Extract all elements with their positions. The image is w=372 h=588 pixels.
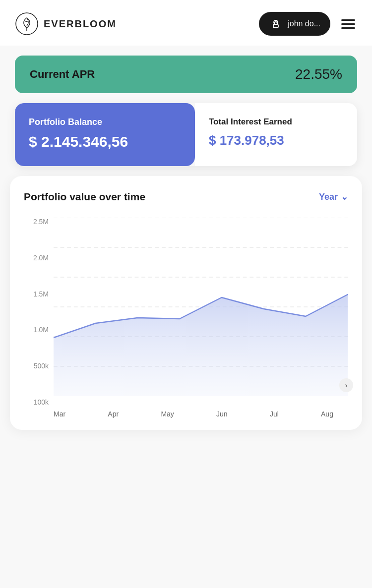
chart-area-fill xyxy=(54,294,348,396)
hamburger-line-1 xyxy=(341,19,355,21)
interest-earned-value: $ 173.978,53 xyxy=(209,133,347,148)
portfolio-balance-card[interactable]: Portfolio Balance $ 2.145.346,56 xyxy=(15,103,195,166)
chart-title: Portfolio value over time xyxy=(24,191,145,203)
y-label-100k: 100k xyxy=(24,398,54,406)
chart-area: 2.5M 2.0M 1.5M 1.0M 500k 100k xyxy=(24,218,348,418)
y-label-25m: 2.5M xyxy=(24,218,54,226)
menu-button[interactable] xyxy=(339,17,357,31)
hamburger-line-2 xyxy=(341,23,355,25)
svg-point-0 xyxy=(16,13,38,35)
balance-container: Portfolio Balance $ 2.145.346,56 Total I… xyxy=(15,103,357,166)
chevron-down-icon: ⌄ xyxy=(341,191,348,202)
user-lock-icon xyxy=(269,17,283,31)
user-badge[interactable]: john do... xyxy=(259,12,330,36)
portfolio-balance-label: Portfolio Balance xyxy=(29,117,181,127)
everbloom-logo-icon xyxy=(15,12,39,36)
svg-rect-3 xyxy=(273,24,278,28)
x-label-may: May xyxy=(161,410,174,418)
y-label-15m: 1.5M xyxy=(24,290,54,298)
period-label: Year xyxy=(319,192,338,202)
period-selector[interactable]: Year ⌄ xyxy=(319,191,348,202)
chart-card: Portfolio value over time Year ⌄ 2.5M 2.… xyxy=(10,176,362,430)
chart-svg xyxy=(54,218,348,396)
y-axis: 2.5M 2.0M 1.5M 1.0M 500k 100k xyxy=(24,218,54,406)
logo-text: EVERBLOOM xyxy=(44,18,117,30)
x-label-apr: Apr xyxy=(108,410,119,418)
x-label-jun: Jun xyxy=(216,410,228,418)
chart-scroll-right[interactable]: › xyxy=(339,378,353,392)
apr-banner: Current APR 22.55% xyxy=(15,56,357,93)
interest-earned-label: Total Interest Earned xyxy=(209,117,347,127)
x-label-aug: Aug xyxy=(321,410,333,418)
interest-earned-card[interactable]: Total Interest Earned $ 173.978,53 xyxy=(195,103,357,166)
x-label-mar: Mar xyxy=(54,410,65,418)
chart-grid: 2.5M 2.0M 1.5M 1.0M 500k 100k xyxy=(24,218,348,406)
x-label-jul: Jul xyxy=(270,410,279,418)
logo-area: EVERBLOOM xyxy=(15,12,117,36)
hamburger-line-3 xyxy=(341,27,355,29)
y-label-10m: 1.0M xyxy=(24,326,54,334)
y-label-500k: 500k xyxy=(24,362,54,370)
user-name-label: john do... xyxy=(288,19,320,28)
chart-header: Portfolio value over time Year ⌄ xyxy=(24,191,348,203)
apr-label: Current APR xyxy=(30,68,95,81)
header-right: john do... xyxy=(259,12,357,36)
y-label-20m: 2.0M xyxy=(24,254,54,262)
x-axis: Mar Apr May Jun Jul Aug xyxy=(54,410,348,418)
header: EVERBLOOM john do... xyxy=(0,0,372,46)
portfolio-balance-value: $ 2.145.346,56 xyxy=(29,133,181,150)
chart-inner: › xyxy=(54,218,348,396)
apr-value: 22.55% xyxy=(295,66,342,82)
